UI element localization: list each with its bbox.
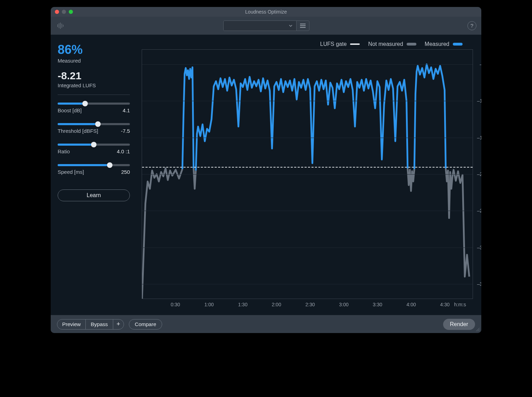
x-tick-label: 0:30 <box>171 302 180 307</box>
bypass-button[interactable]: Bypass <box>86 319 113 329</box>
y-tick-label: –5 <box>480 62 481 67</box>
x-tick-label: 4:00 <box>407 302 416 307</box>
preset-menu-button[interactable] <box>297 21 309 31</box>
legend-notmeasured-label: Not measured <box>368 41 403 47</box>
boost-label: Boost [dB] <box>58 107 82 113</box>
speed-slider[interactable]: Speed [ms]250 <box>58 164 130 175</box>
preview-button[interactable]: Preview <box>57 319 86 329</box>
lufs-gate-line <box>142 167 473 168</box>
sidebar: 86% Measured -8.21 Integrated LUFS Boost… <box>51 35 137 315</box>
render-button[interactable]: Render <box>443 319 475 330</box>
speed-value: 250 <box>121 169 130 175</box>
ratio-label: Ratio <box>58 148 70 154</box>
threshold-value: -7.5 <box>121 128 130 134</box>
zoom-icon[interactable] <box>69 10 73 14</box>
boost-value: 4.1 <box>123 107 130 113</box>
app-window: Loudness Optimize ? 86% Measured -8.21 I… <box>51 7 481 333</box>
preview-bypass-group: Preview Bypass + <box>57 319 124 330</box>
speed-label: Speed [ms] <box>58 169 84 175</box>
minimize-icon[interactable] <box>62 10 66 14</box>
legend-measured-label: Measured <box>425 41 449 47</box>
slider-thumb[interactable] <box>91 142 97 147</box>
divider <box>58 95 130 95</box>
window-title: Loudness Optimize <box>51 9 481 15</box>
app-logo-icon <box>56 21 65 31</box>
hamburger-icon <box>300 23 306 28</box>
y-tick-label: –20 <box>477 171 481 177</box>
svg-line-10 <box>479 331 480 331</box>
x-tick-label: 2:30 <box>305 302 315 307</box>
help-icon: ? <box>471 23 473 29</box>
ratio-slider[interactable]: Ratio4.0 :1 <box>58 144 130 154</box>
y-tick-label: –25 <box>477 208 481 213</box>
threshold-slider[interactable]: Threshold [dBFS]-7.5 <box>58 123 130 134</box>
x-tick-label: 2:00 <box>272 302 281 307</box>
slider-thumb[interactable] <box>107 162 113 168</box>
chart-area: LUFS gate Not measured Measured –5–10–15… <box>137 35 481 315</box>
x-tick-label: 3:30 <box>373 302 382 307</box>
integrated-lufs-value: -8.21 <box>58 70 130 82</box>
titlebar: Loudness Optimize <box>51 7 481 17</box>
legend-gate-swatch <box>350 43 360 45</box>
y-tick-label: –15 <box>477 135 481 140</box>
y-tick-label: –30 <box>477 245 481 250</box>
legend-notmeasured-swatch <box>407 43 416 46</box>
slider-thumb[interactable] <box>95 121 101 127</box>
measured-percent: 86% <box>58 42 130 57</box>
plus-button[interactable]: + <box>113 319 124 329</box>
preset-combo <box>223 21 309 31</box>
compare-button[interactable]: Compare <box>129 319 162 330</box>
loudness-chart[interactable]: –5–10–15–20–25–30–35 <box>142 49 473 299</box>
x-tick-label: 3:00 <box>339 302 348 307</box>
preset-select[interactable] <box>224 21 297 31</box>
close-icon[interactable] <box>55 10 59 14</box>
legend: LUFS gate Not measured Measured <box>142 41 473 47</box>
x-tick-label: 4:30 <box>440 302 450 307</box>
y-tick-label: –35 <box>477 281 481 287</box>
slider-thumb[interactable] <box>82 101 88 106</box>
learn-button[interactable]: Learn <box>58 189 130 201</box>
help-button[interactable]: ? <box>467 21 476 30</box>
legend-gate-label: LUFS gate <box>320 41 347 47</box>
boost-slider[interactable]: Boost [dB]4.1 <box>58 103 130 113</box>
chevron-down-icon <box>289 24 293 28</box>
y-tick-label: –10 <box>477 98 481 104</box>
measured-percent-label: Measured <box>58 58 130 64</box>
integrated-lufs-label: Integrated LUFS <box>58 82 130 88</box>
x-axis-unit-label: h:m:s <box>454 302 466 307</box>
toolbar: ? <box>51 17 481 35</box>
ratio-value: 4.0 :1 <box>117 148 130 154</box>
resize-handle-icon[interactable] <box>475 327 480 332</box>
threshold-label: Threshold [dBFS] <box>58 128 98 134</box>
x-tick-label: 1:30 <box>238 302 247 307</box>
footer: Preview Bypass + Compare Render <box>51 315 481 333</box>
x-tick-label: 1:00 <box>204 302 214 307</box>
legend-measured-swatch <box>453 43 463 46</box>
x-axis: 0:301:001:302:002:303:003:304:004:30h:m:… <box>142 299 473 311</box>
